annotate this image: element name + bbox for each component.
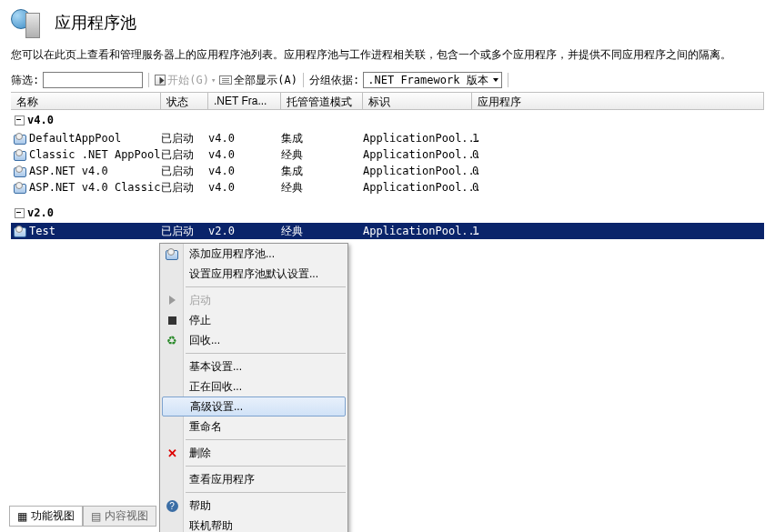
menu-add-pool[interactable]: 添加应用程序池... bbox=[160, 244, 347, 264]
groupby-dropdown[interactable]: .NET Framework 版本 bbox=[363, 72, 501, 88]
groupby-label: 分组依据: bbox=[309, 73, 359, 88]
go-icon bbox=[155, 75, 166, 85]
tab-content-view[interactable]: ▤ 内容视图 bbox=[83, 506, 156, 527]
table-row[interactable]: ASP.NET v4.0 Classic 已启动 v4.0 经典 Applica… bbox=[11, 179, 764, 196]
content-icon: ▤ bbox=[91, 510, 101, 523]
showall-button[interactable]: 全部显示(A) bbox=[219, 73, 297, 88]
menu-advanced-settings[interactable]: 高级设置... bbox=[162, 396, 346, 417]
pool-icon bbox=[14, 133, 26, 144]
menu-set-defaults[interactable]: 设置应用程序池默认设置... bbox=[160, 264, 347, 284]
pool-icon bbox=[14, 182, 26, 193]
features-icon: ▦ bbox=[17, 510, 27, 523]
help-icon: ? bbox=[166, 500, 178, 512]
menu-online-help[interactable]: 联机帮助 bbox=[160, 516, 347, 532]
menu-help[interactable]: ? 帮助 bbox=[160, 496, 347, 516]
page-title: 应用程序池 bbox=[55, 12, 136, 34]
col-id[interactable]: 标识 bbox=[363, 93, 472, 109]
app-pool-grid: 名称 状态 .NET Fra... 托管管道模式 标识 应用程序 v4.0 De… bbox=[11, 92, 764, 239]
col-pipe[interactable]: 托管管道模式 bbox=[281, 93, 363, 109]
menu-delete[interactable]: ✕ 删除 bbox=[160, 443, 347, 463]
pool-icon bbox=[14, 226, 26, 236]
menu-basic-settings[interactable]: 基本设置... bbox=[160, 356, 347, 376]
pool-icon bbox=[166, 248, 178, 259]
stop-icon bbox=[168, 316, 176, 325]
table-row[interactable]: Classic .NET AppPool 已启动 v4.0 经典 Applica… bbox=[11, 146, 764, 163]
menu-start: 启动 bbox=[160, 290, 347, 310]
pool-icon bbox=[14, 149, 26, 160]
filter-label: 筛选: bbox=[11, 73, 39, 88]
col-net[interactable]: .NET Fra... bbox=[208, 93, 281, 109]
table-row[interactable]: DefaultAppPool 已启动 v4.0 集成 ApplicationPo… bbox=[11, 130, 764, 146]
page-description: 您可以在此页上查看和管理服务器上的应用程序池列表。应用程序池与工作进程相关联，包… bbox=[0, 47, 775, 70]
recycle-icon: ♻ bbox=[166, 334, 177, 347]
col-status[interactable]: 状态 bbox=[161, 93, 208, 109]
app-pool-icon bbox=[11, 5, 47, 40]
play-icon bbox=[169, 296, 176, 305]
menu-recycle[interactable]: ♻ 回收... bbox=[160, 330, 347, 350]
showall-icon bbox=[219, 75, 232, 85]
col-name[interactable]: 名称 bbox=[11, 93, 161, 109]
menu-view-apps[interactable]: 查看应用程序 bbox=[160, 469, 347, 489]
table-row-selected[interactable]: Test 已启动 v2.0 经典 ApplicationPool... 1 bbox=[11, 223, 764, 239]
group-v4[interactable]: v4.0 bbox=[11, 110, 764, 130]
menu-rename[interactable]: 重命名 bbox=[160, 417, 347, 437]
context-menu: 添加应用程序池... 设置应用程序池默认设置... 启动 停止 ♻ 回收... … bbox=[159, 243, 348, 532]
menu-recycling[interactable]: 正在回收... bbox=[160, 376, 347, 396]
filter-input[interactable] bbox=[43, 72, 143, 88]
go-button[interactable]: 开始(G) ▾ bbox=[155, 73, 216, 88]
menu-stop[interactable]: 停止 bbox=[160, 310, 347, 330]
col-apps[interactable]: 应用程序 bbox=[472, 93, 764, 109]
delete-icon: ✕ bbox=[167, 447, 177, 460]
toolbar: 筛选: 开始(G) ▾ 全部显示(A) 分组依据: .NET Framework… bbox=[0, 70, 775, 92]
group-v2[interactable]: v2.0 bbox=[11, 203, 764, 223]
table-row[interactable]: ASP.NET v4.0 已启动 v4.0 集成 ApplicationPool… bbox=[11, 163, 764, 179]
pool-icon bbox=[14, 166, 26, 176]
tab-features-view[interactable]: ▦ 功能视图 bbox=[9, 506, 83, 527]
grid-header: 名称 状态 .NET Fra... 托管管道模式 标识 应用程序 bbox=[11, 93, 764, 110]
